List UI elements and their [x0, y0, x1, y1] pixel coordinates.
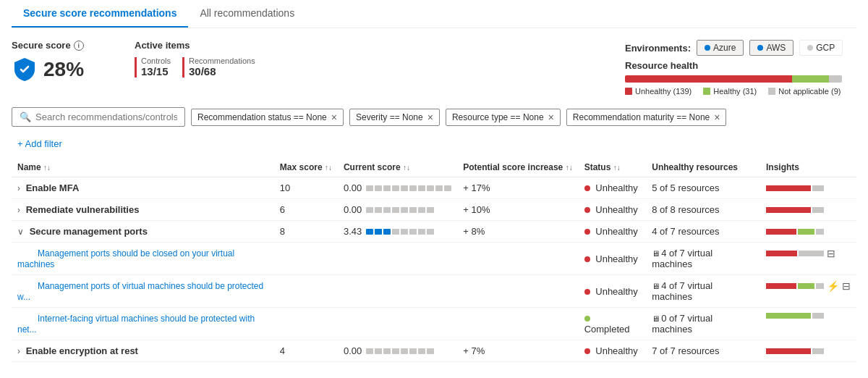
recommendations-table: Name ↑↓ Max score ↑↓ Current score ↑↓ Po… [12, 158, 856, 362]
row-unhealthy-resources: 5 of 5 resources [646, 177, 760, 199]
col-potential-increase-sort[interactable]: ↑↓ [566, 164, 573, 172]
search-box[interactable]: 🔍 [12, 107, 185, 127]
tab-all-recommendations[interactable]: All recommendations [188, 0, 306, 28]
row-insights [760, 221, 856, 243]
col-potential-increase-label: Potential score increase [463, 162, 563, 172]
exempt-icon[interactable]: ⊟ [827, 248, 835, 259]
tab-secure-score[interactable]: Secure score recommendations [12, 0, 188, 28]
table-row[interactable]: ∨ Secure management ports 8 3.43 + 8% Un… [12, 221, 856, 243]
env-button-aws[interactable]: AWS [749, 40, 793, 56]
subrow-name[interactable]: Management ports of virtual machines sho… [17, 281, 263, 302]
row-expander[interactable]: ∨ [17, 227, 24, 237]
env-row: Environments: Azure AWS GCP [625, 40, 856, 56]
subrow-name[interactable]: Management ports should be closed on you… [17, 248, 234, 269]
col-max-score: Max score ↑↓ [274, 158, 338, 177]
shield-icon [12, 56, 38, 83]
table-row: Management ports of virtual machines sho… [12, 275, 856, 308]
filter-recommendation-status[interactable]: Recommendation status == None × [191, 109, 344, 126]
lightning-icon[interactable]: ⚡ [827, 280, 839, 292]
status-text: Unhealthy [595, 226, 638, 237]
filter-resource-type-close[interactable]: × [548, 112, 554, 122]
row-unhealthy-resources: 7 of 7 resources [646, 340, 760, 362]
table-row[interactable]: › Enable encryption at rest 4 0.00 + 7% … [12, 340, 856, 362]
col-current-score-sort[interactable]: ↑↓ [403, 164, 410, 172]
filter-resource-type[interactable]: Resource type == None × [446, 109, 561, 126]
health-legend: Unhealthy (139) Healthy (31) Not applica… [625, 87, 856, 96]
row-status: Unhealthy [579, 177, 647, 199]
col-status: Status ↑↓ [579, 158, 647, 177]
filter-rec-maturity[interactable]: Recommendation maturity == None × [566, 109, 727, 126]
table-row[interactable]: › Remediate vulnerabilities 6 0.00 + 10%… [12, 199, 856, 221]
env-button-gcp[interactable]: GCP [799, 40, 843, 56]
controls-bar-indicator [135, 57, 137, 77]
row-name-cell: ∨ Secure management ports [12, 221, 274, 243]
secure-score-info-icon[interactable]: i [74, 41, 84, 51]
col-name-label: Name [17, 162, 41, 172]
secure-score-text: Secure score [12, 40, 71, 51]
row-current-score: 0.00 [338, 340, 457, 361]
row-potential-increase: + 8% [457, 221, 578, 243]
status-text: Unhealthy [595, 182, 638, 193]
col-insights-label: Insights [766, 162, 799, 172]
tab-bar: Secure score recommendations All recomme… [12, 0, 856, 28]
recommendations-bar-indicator [182, 57, 184, 77]
filter-row: 🔍 Recommendation status == None × Severi… [12, 107, 856, 127]
health-bar [625, 75, 842, 83]
table-row[interactable]: › Enable MFA 10 0.00 + 17% Unhealthy 5 o… [12, 177, 856, 199]
legend-not-applicable-text: Not applicable (9) [778, 87, 841, 96]
filter-severity-close[interactable]: × [427, 112, 433, 122]
secure-score-block: Secure score i 28% [12, 40, 106, 83]
row-expander[interactable]: › [17, 183, 20, 193]
subrow-status-dot [584, 256, 590, 262]
subrow-name[interactable]: Internet-facing virtual machines should … [17, 314, 255, 335]
exempt-icon[interactable]: ⊟ [842, 280, 851, 292]
subrow-unhealthy-resources: 🖥4 of 7 virtual machines [646, 243, 760, 275]
col-name: Name ↑↓ [12, 158, 274, 177]
subrow-name-cell: Internet-facing virtual machines should … [12, 308, 274, 340]
subrow-status-text: Unhealthy [595, 286, 638, 297]
subrow-insights [760, 308, 856, 324]
table-row: Management ports should be closed on you… [12, 243, 856, 275]
row-unhealthy-resources: 8 of 8 resources [646, 199, 760, 221]
status-dot [584, 185, 590, 191]
col-name-sort[interactable]: ↑↓ [43, 164, 51, 172]
env-button-azure[interactable]: Azure [697, 40, 744, 56]
search-input[interactable] [35, 112, 177, 122]
resource-health-label: Resource health [625, 60, 856, 71]
row-potential-increase: + 7% [457, 340, 578, 362]
table-row: Internet-facing virtual machines should … [12, 308, 856, 340]
subrow-potential-increase [457, 243, 578, 275]
row-insights [760, 340, 856, 362]
items-row: Controls 13/15 Recommendations 30/68 [135, 56, 279, 77]
active-items-label: Active items [135, 40, 279, 51]
row-expander[interactable]: › [17, 205, 20, 215]
health-bar-not-applicable [829, 75, 842, 83]
row-insights [760, 199, 856, 221]
filter-rec-status-label: Recommendation status == None [197, 112, 327, 122]
subrow-max-score [274, 243, 338, 275]
subrow-insights: ⚡⊟ [760, 275, 856, 297]
col-max-score-sort[interactable]: ↑↓ [325, 164, 332, 172]
filter-resource-type-label: Resource type == None [452, 112, 544, 122]
recommendations-label: Recommendations [189, 56, 255, 65]
subrow-current-score [338, 243, 457, 275]
subrow-current-score [338, 308, 457, 340]
gcp-dot [807, 45, 813, 51]
legend-unhealthy: Unhealthy (139) [625, 87, 692, 96]
row-name: Enable encryption at rest [26, 345, 138, 356]
row-name-cell: › Enable MFA [12, 177, 274, 199]
row-expander[interactable]: › [17, 346, 20, 356]
subrow-unhealthy-resources: 🖥0 of 7 virtual machines [646, 308, 760, 340]
col-potential-increase: Potential score increase ↑↓ [457, 158, 578, 177]
filter-rec-maturity-close[interactable]: × [714, 112, 720, 122]
subrow-max-score [274, 275, 338, 308]
recommendations-value: 30/68 [189, 65, 255, 77]
col-status-sort[interactable]: ↑↓ [613, 164, 621, 172]
row-name: Secure management ports [30, 226, 148, 237]
table-container: Name ↑↓ Max score ↑↓ Current score ↑↓ Po… [12, 158, 856, 362]
row-potential-increase: + 17% [457, 177, 578, 199]
filter-severity[interactable]: Severity == None × [349, 109, 440, 126]
filter-rec-status-close[interactable]: × [331, 112, 337, 122]
subrow-current-score [338, 275, 457, 308]
add-filter-button[interactable]: + Add filter [12, 135, 856, 152]
